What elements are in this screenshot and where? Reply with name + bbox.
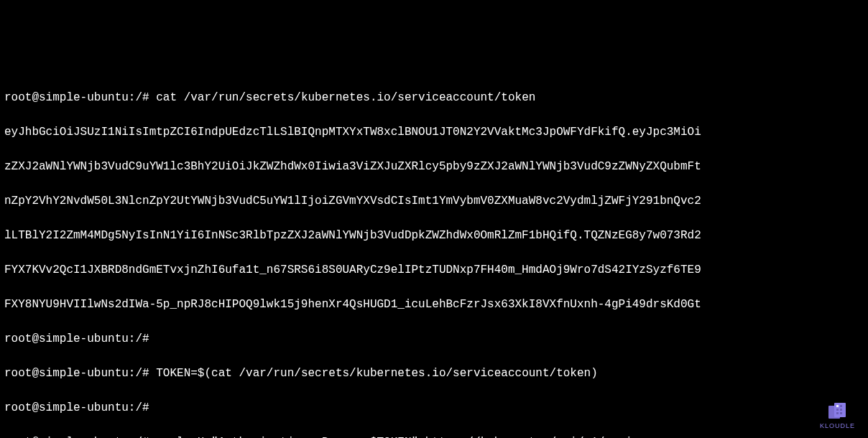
terminal-output[interactable]: root@simple-ubuntu:/# cat /var/run/secre… [4, 72, 864, 438]
shell-prompt: root@simple-ubuntu:/# [4, 91, 149, 104]
kloudle-text: KLOUDLE [820, 421, 855, 432]
output-line: lLTBlY2I2ZmM4MDg5NyIsInN1YiI6InNSc3RlbTp… [4, 227, 864, 244]
svg-rect-6 [836, 412, 839, 414]
shell-prompt: root@simple-ubuntu:/# [4, 332, 149, 345]
shell-command: cat /var/run/secrets/kubernetes.io/servi… [149, 91, 536, 104]
svg-rect-3 [840, 405, 842, 407]
svg-rect-5 [840, 409, 842, 411]
output-line: nZpY2VhY2NvdW50L3NlcnZpY2UtYWNjb3VudC5uY… [4, 192, 864, 210]
kloudle-icon [827, 403, 847, 420]
output-line: FXY8NYU9HVIIlwNs2dIWa-5p_npRJ8cHIPOQ9lwk… [4, 296, 864, 313]
svg-rect-4 [836, 409, 839, 411]
svg-rect-2 [836, 405, 839, 407]
svg-rect-7 [840, 412, 842, 414]
output-line: eyJhbGciOiJSUzI1NiIsImtpZCI6IndpUEdzcTlL… [4, 124, 864, 141]
output-line: zZXJ2aWNlYWNjb3VudC9uYW1lc3BhY2UiOiJkZWZ… [4, 158, 864, 175]
shell-prompt: root@simple-ubuntu:/# [4, 401, 149, 414]
shell-command: TOKEN=$(cat /var/run/secrets/kubernetes.… [149, 367, 598, 380]
shell-prompt: root@simple-ubuntu:/# [4, 367, 149, 380]
output-line: FYX7KVv2QcI1JXBRD8ndGmETvxjnZhI6ufa1t_n6… [4, 261, 864, 279]
kloudle-logo: KLOUDLE [820, 403, 855, 432]
